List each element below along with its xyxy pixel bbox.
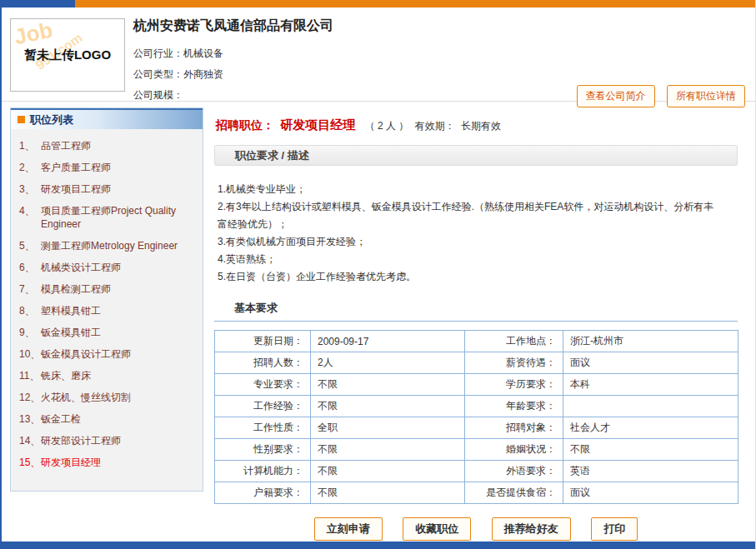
job-item-label[interactable]: 塑料模具钳工 xyxy=(41,304,101,317)
job-item-label[interactable]: 研发项目工程师 xyxy=(41,182,111,196)
field-value: 不限 xyxy=(311,439,465,461)
job-detail-main: 招聘职位： 研发项目经理 （ 2 人 ） 有效期： 长期有效 职位要求 / 描述… xyxy=(209,107,747,541)
company-industry-field: 公司行业：机械设备 xyxy=(133,43,755,64)
field-label: 公司类型： xyxy=(133,68,183,80)
field-label: 工作经验： xyxy=(215,396,311,417)
job-item-label[interactable]: 机械类设计工程师 xyxy=(41,261,121,274)
field-value: 2人 xyxy=(311,352,465,374)
job-list-item[interactable]: 10、钣金模具设计工程师 xyxy=(19,347,198,361)
field-value: 2009-09-17 xyxy=(311,331,465,352)
field-value: 面议 xyxy=(563,352,738,374)
description-line: 3.有类似机械方面项目开发经验； xyxy=(218,233,723,251)
job-item-number: 9、 xyxy=(19,326,41,339)
job-list-item[interactable]: 3、研发项目工程师 xyxy=(19,182,198,196)
job-description: 1.机械类专业毕业； 2.有3年以上结构设计或塑料模具、钣金模具设计工作经验.（… xyxy=(214,166,731,296)
job-item-number: 4、 xyxy=(19,204,41,231)
table-row: 招聘人数： 2人 薪资待遇： 面议 xyxy=(215,352,738,374)
company-header: Job 991.com 暂未上传LOGO 杭州安费诺飞凤通信部品有限公司 公司行… xyxy=(2,7,755,102)
job-list-item[interactable]: 5、测量工程师Metrology Engineer xyxy=(19,239,198,252)
job-item-number: 12、 xyxy=(19,391,41,404)
description-line: 1.机械类专业毕业； xyxy=(218,181,723,198)
job-list-item[interactable]: 9、钣金模具钳工 xyxy=(19,326,198,339)
job-item-number: 1、 xyxy=(19,139,41,152)
company-type-field: 公司类型：外商独资 xyxy=(133,64,755,85)
job-list-item[interactable]: 14、研发部设计工程师 xyxy=(19,434,198,447)
table-row: 户籍要求： 不限 是否提供食宿： 面议 xyxy=(215,482,738,504)
field-value: 不限 xyxy=(311,482,465,504)
favorite-job-button[interactable]: 收藏职位 xyxy=(403,517,471,541)
section-title-text: 职位要求 / 描述 xyxy=(235,149,309,162)
job-list-item[interactable]: 2、客户质量工程师 xyxy=(19,161,198,174)
top-bar xyxy=(2,0,755,7)
job-list: 1、品管工程师 2、客户质量工程师 3、研发项目工程师 4、项目质量工程师Pro… xyxy=(11,129,203,491)
job-list-item[interactable]: 12、火花机、慢丝线切割 xyxy=(19,391,198,404)
table-row: 计算机能力： 不限 外语要求： 英语 xyxy=(215,461,738,482)
job-item-label[interactable]: 研发项目经理 xyxy=(41,456,101,469)
job-item-label[interactable]: 火花机、慢丝线切割 xyxy=(41,391,131,404)
field-value: 面议 xyxy=(563,482,738,504)
field-label: 婚姻状况： xyxy=(465,439,563,461)
field-value: 机械设备 xyxy=(183,47,223,59)
job-item-number: 2、 xyxy=(19,161,41,174)
field-value: 不限 xyxy=(311,396,465,417)
job-item-label[interactable]: 铣床、磨床 xyxy=(41,369,91,382)
field-label: 公司规模： xyxy=(133,89,183,101)
table-row: 更新日期： 2009-09-17 工作地点： 浙江-杭州市 xyxy=(215,331,738,352)
job-list-item-current[interactable]: 15、研发项目经理 xyxy=(19,456,198,469)
job-list-item[interactable]: 4、项目质量工程师Project Quality Engineer xyxy=(19,204,198,231)
print-button[interactable]: 打印 xyxy=(591,517,638,541)
job-list-item[interactable]: 13、钣金工检 xyxy=(19,412,198,426)
section-basic-requirements-title: 基本要求 xyxy=(214,296,738,322)
field-label: 户籍要求： xyxy=(215,482,311,504)
all-job-details-button[interactable]: 所有职位详情 xyxy=(667,85,745,107)
job-list-header: 职位列表 xyxy=(11,108,203,129)
view-company-profile-button[interactable]: 查看公司简介 xyxy=(577,85,655,107)
field-value: 外商独资 xyxy=(183,68,223,80)
recommend-to-friend-button[interactable]: 推荐给好友 xyxy=(492,517,571,541)
field-label: 是否提供食宿： xyxy=(465,482,563,504)
job-list-item[interactable]: 11、铣床、磨床 xyxy=(19,369,198,382)
field-label: 工作性质： xyxy=(215,417,311,439)
job-item-label[interactable]: 研发部设计工程师 xyxy=(41,434,121,447)
header-buttons: 查看公司简介 所有职位详情 xyxy=(568,85,745,107)
description-line: 4.英语熟练； xyxy=(218,251,723,268)
job-item-number: 15、 xyxy=(19,456,41,469)
job-item-label[interactable]: 客户质量工程师 xyxy=(41,161,111,174)
job-headcount: （ 2 人 ） xyxy=(365,120,409,132)
field-value: 浙江-杭州市 xyxy=(563,331,738,352)
field-label: 计算机能力： xyxy=(215,461,311,482)
field-value xyxy=(563,396,738,417)
table-row: 工作经验： 不限 年龄要求： xyxy=(215,396,738,417)
job-item-label[interactable]: 模具检测工程师 xyxy=(41,282,111,296)
job-item-label[interactable]: 钣金模具设计工程师 xyxy=(41,347,131,361)
job-item-label[interactable]: 测量工程师Metrology Engineer xyxy=(41,239,178,252)
action-buttons: 立刻申请 收藏职位 推荐给好友 打印 xyxy=(214,517,738,541)
job-item-label[interactable]: 钣金模具钳工 xyxy=(41,326,101,339)
apply-now-button[interactable]: 立刻申请 xyxy=(314,517,383,541)
job-list-item[interactable]: 8、塑料模具钳工 xyxy=(19,304,198,317)
job-item-label[interactable]: 品管工程师 xyxy=(41,139,91,152)
job-posting-page: Job 991.com 暂未上传LOGO 杭州安费诺飞凤通信部品有限公司 公司行… xyxy=(0,0,756,549)
top-bar-blue-segment xyxy=(2,0,75,7)
job-list-item[interactable]: 1、品管工程师 xyxy=(19,139,198,152)
job-list-item[interactable]: 7、模具检测工程师 xyxy=(19,282,198,296)
field-label: 专业要求： xyxy=(215,374,311,396)
footer-bar xyxy=(2,542,755,549)
field-label: 学历要求： xyxy=(465,374,563,396)
field-label: 薪资待遇： xyxy=(465,352,563,374)
job-item-number: 13、 xyxy=(19,412,41,426)
job-title-label: 招聘职位： xyxy=(216,118,274,132)
job-list-item[interactable]: 6、机械类设计工程师 xyxy=(19,261,198,274)
job-item-label[interactable]: 钣金工检 xyxy=(41,412,81,426)
job-list-sidebar: 职位列表 1、品管工程师 2、客户质量工程师 3、研发项目工程师 4、项目质量工… xyxy=(10,107,203,492)
field-label: 更新日期： xyxy=(215,331,311,352)
validity-label: 有效期： xyxy=(415,120,455,132)
job-item-number: 6、 xyxy=(19,261,41,274)
job-title: 研发项目经理 xyxy=(280,117,355,132)
job-item-number: 7、 xyxy=(19,282,41,296)
field-value: 社会人才 xyxy=(563,417,738,439)
field-label: 性别要求： xyxy=(215,439,311,461)
job-item-number: 11、 xyxy=(19,369,41,382)
job-item-label[interactable]: 项目质量工程师Project Quality Engineer xyxy=(41,204,198,231)
field-label: 外语要求： xyxy=(465,461,563,482)
